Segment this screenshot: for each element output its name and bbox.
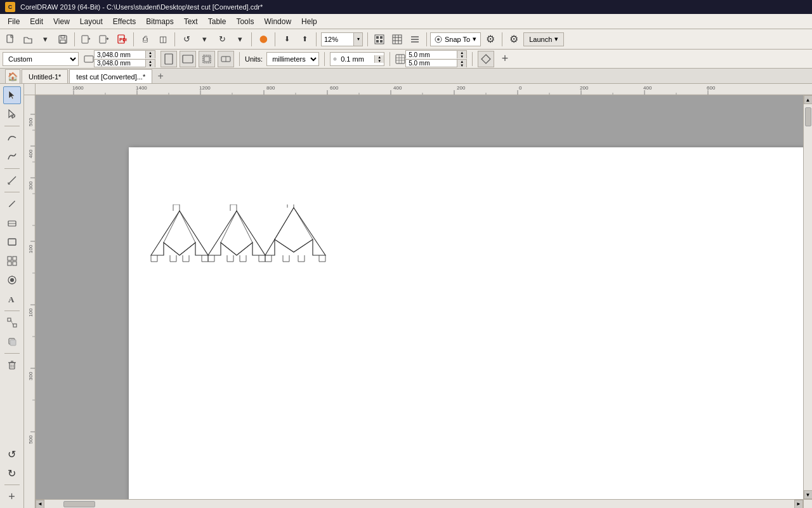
zoom-input[interactable]: 12% — [322, 33, 353, 46]
select-tool-button[interactable] — [3, 86, 21, 104]
redo-button[interactable]: ↻ — [214, 31, 230, 48]
sep-tb2-2 — [324, 52, 325, 66]
menu-file[interactable]: File — [3, 16, 25, 27]
zoom-up-button[interactable]: ⬆ — [296, 31, 313, 48]
menu-text[interactable]: Text — [179, 16, 203, 27]
svg-rect-40 — [13, 257, 16, 260]
height-down-arrow[interactable]: ▼ — [146, 64, 155, 67]
portrait-button[interactable] — [160, 51, 177, 67]
freehand-pick-button[interactable] — [3, 105, 21, 123]
width-down-arrow[interactable]: ▼ — [146, 55, 155, 58]
text-tool-button[interactable]: A — [3, 290, 21, 308]
eraser-tool-button[interactable] — [3, 214, 21, 232]
width-input[interactable]: 3,048.0 mm — [95, 51, 145, 58]
menu-view[interactable]: View — [48, 16, 75, 27]
canvas-area[interactable]: 1600 1400 1200 800 600 400 200 0 200 400… — [24, 84, 812, 508]
rectangle-tool-button[interactable] — [3, 233, 21, 251]
menu-window[interactable]: Window — [259, 16, 296, 27]
sep1 — [74, 32, 75, 46]
print-button[interactable]: ⎙ — [137, 31, 154, 48]
menu-help[interactable]: Help — [296, 16, 322, 27]
pen-tool-button[interactable] — [3, 195, 21, 213]
svg-text:400: 400 — [28, 149, 34, 158]
undo-button[interactable]: ↺ — [178, 31, 195, 48]
curve-tool-button[interactable] — [3, 129, 21, 147]
svg-rect-3 — [60, 40, 65, 43]
shadow-tool-button[interactable] — [3, 333, 21, 351]
sep4 — [251, 32, 252, 46]
smart-tool-button[interactable] — [3, 148, 21, 166]
undo-dropdown[interactable]: ▾ — [196, 31, 213, 48]
export-button[interactable] — [96, 31, 112, 48]
height-input[interactable]: 3,048.0 mm — [95, 60, 145, 67]
settings-button[interactable]: ⚙ — [482, 31, 499, 48]
options2-button[interactable]: ⚙ — [506, 31, 522, 48]
units-select[interactable]: millimeters inches pixels — [266, 52, 319, 66]
launch-button[interactable]: Launch ▾ — [523, 32, 564, 46]
launch-dropdown-icon: ▾ — [554, 35, 558, 43]
open-button[interactable] — [20, 31, 36, 48]
corel-connect[interactable]: ⬤ — [255, 31, 272, 48]
hscroll-thumb[interactable] — [63, 501, 95, 507]
menu-table[interactable]: Table — [203, 16, 232, 27]
snap-to-button[interactable]: Snap To ▾ — [430, 32, 481, 46]
page-layout-button[interactable] — [218, 51, 234, 67]
horizontal-scrollbar[interactable]: ◄ ► — [36, 499, 803, 508]
publish-button[interactable]: PDF — [114, 31, 130, 48]
svg-point-44 — [10, 278, 14, 282]
view-mode-button[interactable] — [371, 31, 388, 48]
save-button[interactable] — [55, 31, 71, 48]
grid-w-down[interactable]: ▼ — [457, 55, 466, 58]
zoom-down-button[interactable]: ⬇ — [278, 31, 295, 48]
page-size-select[interactable]: Custom A4 Letter — [3, 52, 79, 66]
menu-layout[interactable]: Layout — [75, 16, 108, 27]
snap-settings-button[interactable] — [478, 51, 494, 67]
grid-h-down[interactable]: ▼ — [457, 64, 466, 67]
import-button[interactable] — [78, 31, 95, 48]
grid-h-row: 5.0 mm ▲ ▼ — [405, 59, 467, 67]
add-page-button[interactable]: + — [497, 51, 513, 67]
menu-bitmaps[interactable]: Bitmaps — [141, 16, 178, 27]
options-button[interactable] — [407, 31, 423, 48]
new-button[interactable] — [3, 31, 19, 48]
scroll-right-button[interactable]: ► — [794, 500, 803, 509]
undo-lt-button[interactable]: ↺ — [3, 445, 21, 463]
connector-tool-button[interactable] — [3, 314, 21, 331]
delete-tool-button[interactable] — [3, 356, 21, 374]
menu-tools[interactable]: Tools — [231, 16, 259, 27]
sep2 — [133, 32, 134, 46]
svg-text:400: 400 — [393, 85, 402, 91]
fill-tool-button[interactable] — [3, 271, 21, 289]
add-page-lt-button[interactable]: + — [3, 488, 21, 505]
landscape-button[interactable] — [180, 51, 196, 67]
grid-button[interactable] — [389, 31, 405, 48]
svg-line-127 — [294, 239, 313, 252]
scroll-thumb[interactable] — [805, 107, 811, 126]
scroll-down-button[interactable]: ▼ — [804, 490, 813, 499]
print2-button[interactable]: ◫ — [155, 31, 171, 48]
tab-add-button[interactable]: + — [154, 69, 167, 83]
menu-edit[interactable]: Edit — [25, 16, 48, 27]
nudge-input[interactable]: 0.1 mm — [339, 53, 374, 65]
tab-testcut[interactable]: test cut [Converted]...* — [69, 69, 152, 83]
tab-untitled[interactable]: Untitled-1* — [22, 69, 68, 83]
home-button[interactable]: 🏠 — [5, 69, 20, 83]
grid-w-row: 5.0 mm ▲ ▼ — [405, 50, 467, 58]
grid-w-input[interactable]: 5.0 mm — [406, 51, 457, 58]
vertical-scrollbar[interactable]: ▲ ▼ — [803, 95, 812, 499]
redo-dropdown[interactable]: ▾ — [232, 31, 248, 48]
scroll-left-button[interactable]: ◄ — [36, 500, 44, 509]
redo-lt-button[interactable]: ↻ — [3, 464, 21, 482]
svg-rect-53 — [10, 363, 15, 369]
snap-to-label: Snap To — [445, 36, 470, 43]
nudge-down-arrow[interactable]: ▼ — [375, 59, 384, 63]
page-border-button[interactable] — [199, 51, 215, 67]
open-dropdown[interactable]: ▾ — [37, 31, 53, 48]
grid-h-input[interactable]: 5.0 mm — [406, 60, 457, 67]
pattern-tool-button[interactable] — [3, 252, 21, 270]
measure-tool-button[interactable] — [3, 171, 21, 189]
scroll-up-button[interactable]: ▲ — [804, 95, 813, 104]
zoom-dropdown[interactable]: ▾ — [353, 33, 362, 46]
ruler-left-svg: 500 400 300 100 100 300 500 — [24, 95, 36, 508]
menu-effects[interactable]: Effects — [108, 16, 141, 27]
